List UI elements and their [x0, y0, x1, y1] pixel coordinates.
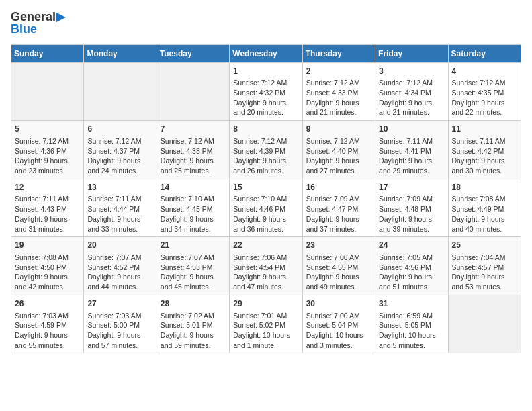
day-number: 12: [15, 182, 80, 193]
day-info: Sunrise: 7:06 AM Sunset: 4:54 PM Dayligh…: [233, 253, 298, 292]
day-number: 26: [15, 298, 80, 310]
week-row-3: 12Sunrise: 7:11 AM Sunset: 4:43 PM Dayli…: [11, 179, 521, 237]
day-number: 25: [452, 240, 517, 251]
calendar-cell: 27Sunrise: 7:03 AM Sunset: 5:00 PM Dayli…: [84, 295, 157, 353]
day-number: 5: [15, 124, 80, 135]
page-header: General▶ Blue: [11, 11, 521, 36]
day-info: Sunrise: 7:12 AM Sunset: 4:36 PM Dayligh…: [15, 136, 80, 176]
day-info: Sunrise: 7:11 AM Sunset: 4:43 PM Dayligh…: [15, 194, 80, 234]
calendar-cell: 3Sunrise: 7:12 AM Sunset: 4:34 PM Daylig…: [375, 62, 448, 121]
day-number: 3: [379, 66, 444, 77]
day-number: 1: [233, 66, 298, 77]
calendar-cell: 4Sunrise: 7:12 AM Sunset: 4:35 PM Daylig…: [448, 62, 521, 121]
day-info: Sunrise: 7:12 AM Sunset: 4:33 PM Dayligh…: [306, 78, 371, 118]
day-number: 18: [452, 182, 517, 193]
weekday-header-sunday: Sunday: [11, 44, 84, 62]
day-info: Sunrise: 7:12 AM Sunset: 4:40 PM Dayligh…: [306, 136, 371, 176]
calendar-cell: [448, 295, 521, 353]
day-info: Sunrise: 7:00 AM Sunset: 5:04 PM Dayligh…: [306, 311, 371, 351]
day-number: 17: [379, 182, 444, 193]
day-info: Sunrise: 7:07 AM Sunset: 4:53 PM Dayligh…: [161, 253, 226, 292]
day-info: Sunrise: 7:09 AM Sunset: 4:48 PM Dayligh…: [379, 194, 444, 234]
day-info: Sunrise: 7:10 AM Sunset: 4:45 PM Dayligh…: [161, 194, 226, 234]
day-info: Sunrise: 7:12 AM Sunset: 4:38 PM Dayligh…: [161, 136, 226, 176]
calendar-cell: 22Sunrise: 7:06 AM Sunset: 4:54 PM Dayli…: [230, 237, 302, 295]
day-info: Sunrise: 7:12 AM Sunset: 4:35 PM Dayligh…: [452, 78, 517, 118]
calendar-cell: [11, 62, 84, 121]
day-number: 28: [161, 298, 226, 310]
day-number: 23: [306, 240, 371, 251]
day-info: Sunrise: 7:11 AM Sunset: 4:41 PM Dayligh…: [379, 136, 444, 176]
day-number: 15: [233, 182, 298, 193]
calendar-cell: 1Sunrise: 7:12 AM Sunset: 4:32 PM Daylig…: [230, 62, 302, 121]
calendar-cell: 9Sunrise: 7:12 AM Sunset: 4:40 PM Daylig…: [302, 121, 375, 179]
day-number: 10: [379, 124, 444, 135]
weekday-header-monday: Monday: [84, 44, 157, 62]
calendar-cell: 29Sunrise: 7:01 AM Sunset: 5:02 PM Dayli…: [230, 295, 302, 353]
day-number: 30: [306, 298, 371, 310]
day-number: 22: [233, 240, 298, 251]
day-info: Sunrise: 7:05 AM Sunset: 4:56 PM Dayligh…: [379, 253, 444, 292]
calendar-cell: 20Sunrise: 7:07 AM Sunset: 4:52 PM Dayli…: [84, 237, 157, 295]
day-info: Sunrise: 7:11 AM Sunset: 4:44 PM Dayligh…: [87, 194, 152, 234]
calendar-table: SundayMondayTuesdayWednesdayThursdayFrid…: [11, 44, 521, 354]
day-number: 16: [306, 182, 371, 193]
day-info: Sunrise: 7:02 AM Sunset: 5:01 PM Dayligh…: [161, 311, 226, 351]
calendar-cell: 6Sunrise: 7:12 AM Sunset: 4:37 PM Daylig…: [84, 121, 157, 179]
calendar-cell: 14Sunrise: 7:10 AM Sunset: 4:45 PM Dayli…: [157, 179, 229, 237]
week-row-1: 1Sunrise: 7:12 AM Sunset: 4:32 PM Daylig…: [11, 62, 521, 121]
day-number: 24: [379, 240, 444, 251]
calendar-cell: [157, 62, 229, 121]
day-info: Sunrise: 7:08 AM Sunset: 4:49 PM Dayligh…: [452, 194, 517, 234]
day-number: 20: [87, 240, 152, 251]
day-info: Sunrise: 7:12 AM Sunset: 4:32 PM Dayligh…: [233, 78, 298, 118]
weekday-header-thursday: Thursday: [302, 44, 375, 62]
day-info: Sunrise: 7:12 AM Sunset: 4:37 PM Dayligh…: [87, 136, 152, 176]
calendar-cell: 12Sunrise: 7:11 AM Sunset: 4:43 PM Dayli…: [11, 179, 84, 237]
week-row-4: 19Sunrise: 7:08 AM Sunset: 4:50 PM Dayli…: [11, 237, 521, 295]
calendar-cell: 21Sunrise: 7:07 AM Sunset: 4:53 PM Dayli…: [157, 237, 229, 295]
day-number: 19: [15, 240, 80, 251]
day-number: 21: [161, 240, 226, 251]
calendar-cell: 5Sunrise: 7:12 AM Sunset: 4:36 PM Daylig…: [11, 121, 84, 179]
day-number: 13: [87, 182, 152, 193]
calendar-cell: 23Sunrise: 7:06 AM Sunset: 4:55 PM Dayli…: [302, 237, 375, 295]
calendar-cell: 18Sunrise: 7:08 AM Sunset: 4:49 PM Dayli…: [448, 179, 521, 237]
day-info: Sunrise: 7:03 AM Sunset: 5:00 PM Dayligh…: [87, 311, 152, 351]
weekday-header-tuesday: Tuesday: [157, 44, 229, 62]
day-number: 4: [452, 66, 517, 77]
day-number: 2: [306, 66, 371, 77]
day-info: Sunrise: 7:08 AM Sunset: 4:50 PM Dayligh…: [15, 253, 80, 292]
day-info: Sunrise: 7:06 AM Sunset: 4:55 PM Dayligh…: [306, 253, 371, 292]
weekday-header-wednesday: Wednesday: [230, 44, 302, 62]
header-row: SundayMondayTuesdayWednesdayThursdayFrid…: [11, 44, 521, 62]
day-number: 31: [379, 298, 444, 310]
week-row-2: 5Sunrise: 7:12 AM Sunset: 4:36 PM Daylig…: [11, 121, 521, 179]
calendar-cell: 11Sunrise: 7:11 AM Sunset: 4:42 PM Dayli…: [448, 121, 521, 179]
calendar-cell: 2Sunrise: 7:12 AM Sunset: 4:33 PM Daylig…: [302, 62, 375, 121]
calendar-cell: 19Sunrise: 7:08 AM Sunset: 4:50 PM Dayli…: [11, 237, 84, 295]
logo: General▶ Blue: [11, 11, 65, 36]
day-info: Sunrise: 7:09 AM Sunset: 4:47 PM Dayligh…: [306, 194, 371, 234]
day-info: Sunrise: 7:12 AM Sunset: 4:39 PM Dayligh…: [233, 136, 298, 176]
calendar-cell: 16Sunrise: 7:09 AM Sunset: 4:47 PM Dayli…: [302, 179, 375, 237]
day-number: 27: [87, 298, 152, 310]
day-info: Sunrise: 7:11 AM Sunset: 4:42 PM Dayligh…: [452, 136, 517, 176]
day-number: 6: [87, 124, 152, 135]
day-info: Sunrise: 7:03 AM Sunset: 4:59 PM Dayligh…: [15, 311, 80, 351]
day-number: 7: [161, 124, 226, 135]
day-info: Sunrise: 7:12 AM Sunset: 4:34 PM Dayligh…: [379, 78, 444, 118]
calendar-cell: 25Sunrise: 7:04 AM Sunset: 4:57 PM Dayli…: [448, 237, 521, 295]
day-number: 29: [233, 298, 298, 310]
day-number: 8: [233, 124, 298, 135]
calendar-cell: 30Sunrise: 7:00 AM Sunset: 5:04 PM Dayli…: [302, 295, 375, 353]
calendar-cell: 17Sunrise: 7:09 AM Sunset: 4:48 PM Dayli…: [375, 179, 448, 237]
day-info: Sunrise: 7:01 AM Sunset: 5:02 PM Dayligh…: [233, 311, 298, 351]
calendar-cell: 15Sunrise: 7:10 AM Sunset: 4:46 PM Dayli…: [230, 179, 302, 237]
calendar-cell: [84, 62, 157, 121]
calendar-cell: 24Sunrise: 7:05 AM Sunset: 4:56 PM Dayli…: [375, 237, 448, 295]
logo-blue: Blue: [11, 23, 37, 36]
calendar-cell: 8Sunrise: 7:12 AM Sunset: 4:39 PM Daylig…: [230, 121, 302, 179]
day-number: 14: [161, 182, 226, 193]
calendar-cell: 10Sunrise: 7:11 AM Sunset: 4:41 PM Dayli…: [375, 121, 448, 179]
